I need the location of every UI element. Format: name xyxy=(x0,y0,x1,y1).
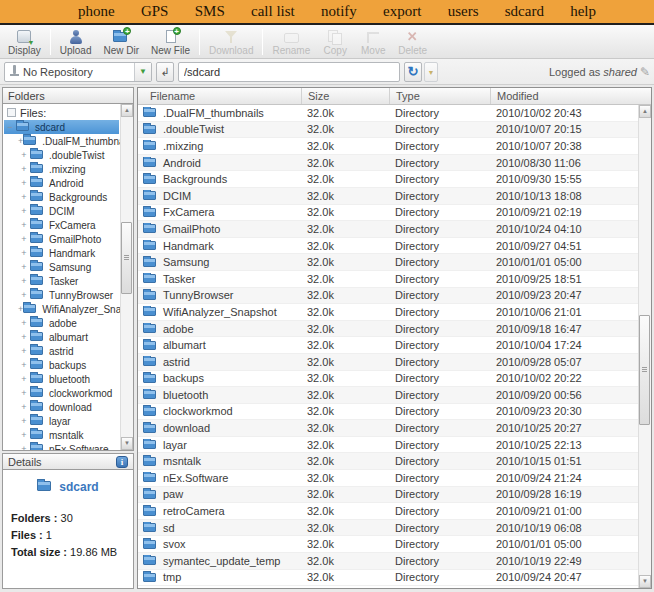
table-row[interactable]: Android 32.0k Directory 2010/08/30 11:06 xyxy=(138,155,638,172)
tree-expand-plus-icon[interactable]: + xyxy=(18,165,30,174)
grid-scrollbar[interactable]: ▲ ▼ xyxy=(638,105,651,588)
tree-expand-plus-icon[interactable]: + xyxy=(18,417,30,426)
tree-item[interactable]: + Backgrounds xyxy=(4,190,119,204)
menu-item-sdcard[interactable]: sdcard xyxy=(505,3,544,20)
tree-item[interactable]: + download xyxy=(4,400,119,414)
menu-item-notify[interactable]: notify xyxy=(321,3,357,20)
table-row[interactable]: bluetooth 32.0k Directory 2010/09/20 00:… xyxy=(138,387,638,404)
edit-user-icon[interactable]: ✎ xyxy=(640,65,650,79)
table-row[interactable]: symantec_update_temp 32.0k Directory 201… xyxy=(138,553,638,570)
tree-item[interactable]: + Android xyxy=(4,176,119,190)
table-row[interactable]: tmp 32.0k Directory 2010/09/24 20:47 xyxy=(138,570,638,587)
table-row[interactable]: Tasker 32.0k Directory 2010/09/25 18:51 xyxy=(138,271,638,288)
tree-item[interactable]: + .DualFM_thumbnails xyxy=(4,134,119,148)
scroll-down-icon[interactable]: ▼ xyxy=(639,575,651,588)
menu-item-users[interactable]: users xyxy=(448,3,479,20)
menu-item-call-list[interactable]: call list xyxy=(251,3,295,20)
tree-item[interactable]: + nEx.Software xyxy=(4,442,119,451)
table-row[interactable]: sd 32.0k Directory 2010/10/19 06:08 xyxy=(138,520,638,537)
tree-scrollbar[interactable]: ▲ ▼ xyxy=(120,104,133,450)
tree-item[interactable]: + msntalk xyxy=(4,428,119,442)
tree-item[interactable]: + backups xyxy=(4,358,119,372)
repository-select[interactable]: No Repository ▼ xyxy=(4,62,152,82)
tree-expand-plus-icon[interactable]: + xyxy=(18,445,30,452)
scroll-up-icon[interactable]: ▲ xyxy=(639,105,651,118)
tree-expand-plus-icon[interactable]: + xyxy=(18,361,30,370)
tree-expand-plus-icon[interactable]: + xyxy=(18,179,30,188)
tree-expand-plus-icon[interactable]: + xyxy=(18,221,30,230)
info-icon[interactable]: i xyxy=(116,456,128,468)
table-row[interactable]: GmailPhoto 32.0k Directory 2010/10/24 04… xyxy=(138,221,638,238)
tree-item[interactable]: + TunnyBrowser xyxy=(4,288,119,302)
table-row[interactable]: Samsung 32.0k Directory 2010/01/01 05:00 xyxy=(138,254,638,271)
column-header-filename[interactable]: Filename xyxy=(138,88,301,104)
tree-collapse-minus-icon[interactable]: − xyxy=(4,123,16,132)
menu-item-phone[interactable]: phone xyxy=(78,3,115,20)
scroll-down-icon[interactable]: ▼ xyxy=(121,437,133,450)
menu-item-export[interactable]: export xyxy=(383,3,421,20)
table-row[interactable]: Backgrounds 32.0k Directory 2010/09/30 1… xyxy=(138,171,638,188)
table-row[interactable]: astrid 32.0k Directory 2010/09/28 05:07 xyxy=(138,354,638,371)
tree-item[interactable]: + .doubleTwist xyxy=(4,148,119,162)
menu-item-gps[interactable]: GPS xyxy=(141,3,169,20)
tree-expand-plus-icon[interactable]: + xyxy=(18,249,30,258)
table-row[interactable]: adobe 32.0k Directory 2010/09/18 16:47 xyxy=(138,321,638,338)
column-header-type[interactable]: Type xyxy=(389,88,490,104)
go-to-path-button[interactable]: ↲ xyxy=(156,62,174,82)
refresh-button[interactable]: ↻ xyxy=(404,62,422,82)
table-row[interactable]: paw 32.0k Directory 2010/09/28 16:19 xyxy=(138,487,638,504)
table-row[interactable]: DCIM 32.0k Directory 2010/10/13 18:08 xyxy=(138,188,638,205)
table-row[interactable]: retroCamera 32.0k Directory 2010/09/21 0… xyxy=(138,503,638,520)
tree-item[interactable]: + Tasker xyxy=(4,274,119,288)
table-row[interactable]: download 32.0k Directory 2010/10/25 20:2… xyxy=(138,420,638,437)
tree-expand-plus-icon[interactable]: + xyxy=(18,277,30,286)
tree-expand-plus-icon[interactable]: + xyxy=(18,389,30,398)
tree-item[interactable]: + FxCamera xyxy=(4,218,119,232)
tree-root-sdcard[interactable]: − sdcard xyxy=(4,120,119,134)
tree-item[interactable]: + WifiAnalyzer_Snapshot xyxy=(4,302,119,316)
dropdown-arrow-icon[interactable]: ▼ xyxy=(134,63,151,81)
new-file-button[interactable]: + New File xyxy=(146,27,195,58)
tree-expand-plus-icon[interactable]: + xyxy=(18,263,30,272)
table-row[interactable]: Handmark 32.0k Directory 2010/09/27 04:5… xyxy=(138,238,638,255)
path-history-dropdown[interactable]: ▼ xyxy=(424,62,438,82)
tree-item[interactable]: + astrid xyxy=(4,344,119,358)
path-input[interactable] xyxy=(178,62,400,82)
menu-item-help[interactable]: help xyxy=(570,3,596,20)
menu-item-sms[interactable]: SMS xyxy=(195,3,225,20)
tree-expand-plus-icon[interactable]: + xyxy=(18,347,30,356)
tree-expand-plus-icon[interactable]: + xyxy=(18,375,30,384)
table-row[interactable]: svox 32.0k Directory 2010/01/01 05:00 xyxy=(138,536,638,553)
tree-item[interactable]: + Samsung xyxy=(4,260,119,274)
tree-item[interactable]: + layar xyxy=(4,414,119,428)
table-row[interactable]: TunnyBrowser 32.0k Directory 2010/09/23 … xyxy=(138,288,638,305)
scroll-up-icon[interactable]: ▲ xyxy=(121,104,133,117)
tree-scrollbar-thumb[interactable] xyxy=(121,222,132,294)
tree-filter[interactable]: Files: xyxy=(4,105,119,120)
table-row[interactable]: backups 32.0k Directory 2010/10/02 20:22 xyxy=(138,371,638,388)
tree-expand-plus-icon[interactable]: + xyxy=(18,235,30,244)
table-row[interactable]: clockworkmod 32.0k Directory 2010/09/23 … xyxy=(138,404,638,421)
tree-expand-plus-icon[interactable]: + xyxy=(18,207,30,216)
display-button[interactable]: Display xyxy=(3,27,46,58)
table-row[interactable]: WifiAnalyzer_Snapshot 32.0k Directory 20… xyxy=(138,304,638,321)
tree-expand-plus-icon[interactable]: + xyxy=(18,151,30,160)
grid-scrollbar-thumb[interactable] xyxy=(639,315,650,425)
new-dir-button[interactable]: + New Dir xyxy=(99,27,145,58)
table-row[interactable]: albumart 32.0k Directory 2010/10/04 17:2… xyxy=(138,337,638,354)
tree-item[interactable]: + .mixzing xyxy=(4,162,119,176)
tree-expand-plus-icon[interactable]: + xyxy=(18,193,30,202)
tree-item[interactable]: + albumart xyxy=(4,330,119,344)
tree-item[interactable]: + adobe xyxy=(4,316,119,330)
tree-item[interactable]: + bluetooth xyxy=(4,372,119,386)
tree-item[interactable]: + DCIM xyxy=(4,204,119,218)
tree-item[interactable]: + Handmark xyxy=(4,246,119,260)
table-row[interactable]: .DualFM_thumbnails 32.0k Directory 2010/… xyxy=(138,105,638,122)
column-header-size[interactable]: Size xyxy=(301,88,389,104)
column-header-modified[interactable]: Modified xyxy=(490,88,651,104)
table-row[interactable]: msntalk 32.0k Directory 2010/10/15 01:51 xyxy=(138,453,638,470)
table-row[interactable]: .doubleTwist 32.0k Directory 2010/10/07 … xyxy=(138,122,638,139)
table-row[interactable]: layar 32.0k Directory 2010/10/25 22:13 xyxy=(138,437,638,454)
filter-box-icon[interactable] xyxy=(7,108,16,117)
upload-button[interactable]: Upload xyxy=(55,27,97,58)
